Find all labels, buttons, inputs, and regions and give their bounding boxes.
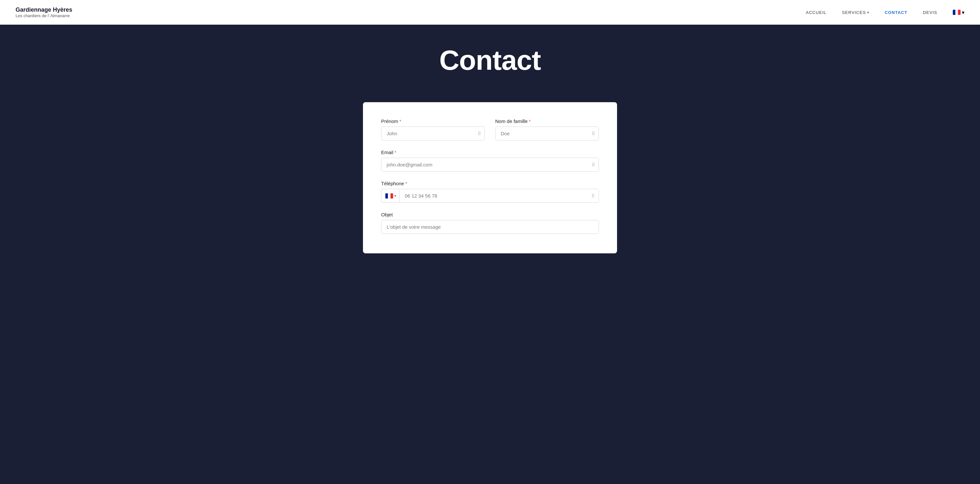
email-label: Email *	[381, 150, 599, 155]
nav-link-devis[interactable]: DEVIS	[923, 10, 937, 15]
nav-item-accueil[interactable]: ACCUEIL	[806, 10, 826, 15]
brand-subtitle: Les chantiers de l' Almanarre	[16, 13, 72, 18]
flag-fr-icon	[953, 10, 961, 15]
nav-item-language[interactable]: ▾	[953, 10, 964, 16]
nav-link-contact[interactable]: CONTACT	[885, 10, 907, 15]
email-input-wrapper: ⠿	[381, 158, 599, 172]
telephone-input-icon: ⠿	[592, 193, 598, 198]
email-group: Email * ⠿	[381, 150, 599, 172]
brand-title: Gardiennage Hyères	[16, 6, 72, 14]
prenom-input-wrapper: ⠿	[381, 126, 485, 141]
services-chevron-icon: ▾	[867, 10, 869, 14]
nav-item-services[interactable]: SERVICES ▾	[842, 10, 869, 15]
prenom-group: Prénom * ⠿	[381, 118, 485, 141]
prenom-required: *	[399, 119, 401, 124]
nom-input-wrapper: ⠿	[495, 126, 599, 141]
telephone-group: Téléphone * ▾ ⠿	[381, 181, 599, 203]
language-chevron-icon: ▾	[962, 10, 964, 16]
prenom-input[interactable]	[381, 126, 485, 141]
nom-group: Nom de famille * ⠿	[495, 118, 599, 141]
objet-input[interactable]	[381, 220, 599, 234]
nom-label: Nom de famille *	[495, 118, 599, 124]
email-required: *	[395, 150, 396, 155]
page-title: Contact	[439, 44, 541, 76]
telephone-input-wrapper: ▾ ⠿	[381, 189, 599, 203]
objet-group: Objet	[381, 212, 599, 234]
telephone-label: Téléphone *	[381, 181, 599, 186]
objet-label: Objet	[381, 212, 599, 217]
nav-link-services[interactable]: SERVICES	[842, 10, 866, 15]
prenom-label: Prénom *	[381, 118, 485, 124]
contact-form-card: Prénom * ⠿ Nom de famille * ⠿	[363, 102, 617, 253]
telephone-required: *	[406, 181, 407, 186]
email-input[interactable]	[381, 158, 599, 172]
nom-input[interactable]	[495, 126, 599, 141]
phone-country-select[interactable]: ▾	[382, 189, 399, 203]
name-row: Prénom * ⠿ Nom de famille * ⠿	[381, 118, 599, 141]
objet-input-wrapper	[381, 220, 599, 234]
nav-menu: ACCUEIL SERVICES ▾ CONTACT DEVIS ▾	[806, 10, 964, 16]
phone-country-chevron-icon: ▾	[395, 194, 396, 198]
nav-link-accueil[interactable]: ACCUEIL	[806, 10, 826, 15]
nav-item-contact[interactable]: CONTACT	[885, 10, 907, 15]
language-selector[interactable]: ▾	[953, 10, 964, 16]
brand[interactable]: Gardiennage Hyères Les chantiers de l' A…	[16, 6, 72, 19]
hero-section: Contact	[0, 25, 980, 102]
phone-flag-fr-icon	[385, 193, 393, 198]
nav-item-devis[interactable]: DEVIS	[923, 10, 937, 15]
main-content: Prénom * ⠿ Nom de famille * ⠿	[0, 102, 980, 279]
nom-required: *	[529, 119, 530, 124]
navbar: Gardiennage Hyères Les chantiers de l' A…	[0, 0, 980, 25]
telephone-input[interactable]	[399, 189, 592, 203]
